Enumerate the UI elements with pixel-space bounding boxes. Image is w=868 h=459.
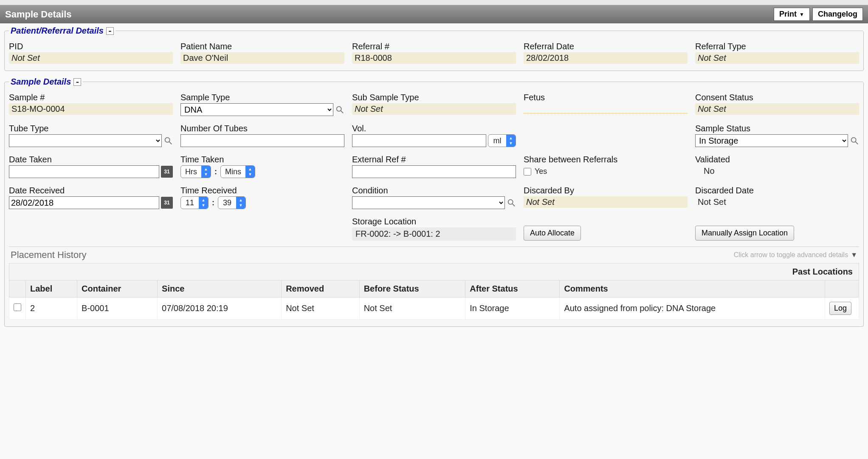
time-received-mins-stepper[interactable]: 39 ▲▼ <box>218 196 246 209</box>
time-taken-label: Time Taken <box>180 155 344 164</box>
tube-type-label: Tube Type <box>9 124 173 133</box>
svg-point-0 <box>337 107 341 111</box>
placement-history-title: Placement History <box>11 249 87 261</box>
validated-label: Validated <box>695 155 859 164</box>
placement-history-table: Label Container Since Removed Before Sta… <box>9 280 859 320</box>
svg-point-4 <box>851 138 856 142</box>
print-button-label: Print <box>779 10 797 19</box>
sample-status-label: Sample Status <box>695 124 859 133</box>
changelog-button[interactable]: Changelog <box>812 8 863 21</box>
pid-value: Not Set <box>9 52 173 64</box>
vol-input[interactable] <box>352 134 486 147</box>
cell-label: 2 <box>26 298 77 320</box>
share-yes-label: Yes <box>535 167 547 176</box>
col-since: Since <box>158 280 282 298</box>
page-title: Sample Details <box>5 9 72 20</box>
chevron-down-icon: ▼ <box>851 251 857 259</box>
time-received-hours-stepper[interactable]: 11 ▲▼ <box>180 196 209 209</box>
collapse-icon[interactable]: - <box>73 78 81 86</box>
time-received-mins-value: 39 <box>218 198 236 208</box>
referral-date-label: Referral Date <box>524 42 688 51</box>
patient-name-value: Dave O'Neil <box>180 52 344 64</box>
date-taken-input[interactable] <box>9 165 159 178</box>
past-locations-header: Past Locations <box>9 263 859 280</box>
search-icon[interactable] <box>335 105 344 114</box>
time-colon: : <box>211 198 215 207</box>
sample-details-legend-text: Sample Details <box>11 77 71 87</box>
discarded-date-label: Discarded Date <box>695 186 859 196</box>
discarded-by-value: Not Set <box>524 196 688 208</box>
storage-location-value: FR-0002: -> B-0001: 2 <box>352 227 516 241</box>
placement-hint[interactable]: Click arrow to toggle advanced details ▼ <box>734 251 857 259</box>
divider <box>9 246 859 247</box>
date-received-input[interactable] <box>9 196 159 209</box>
col-after-status: After Status <box>465 280 560 298</box>
condition-select[interactable] <box>352 196 505 209</box>
share-label: Share between Referrals <box>524 155 688 164</box>
time-taken-hours-value: Hrs <box>181 167 201 177</box>
patient-referral-section: Patient/Referral Details - PID Not Set P… <box>4 26 864 71</box>
sample-type-label: Sample Type <box>180 93 344 102</box>
date-taken-label: Date Taken <box>9 155 173 164</box>
svg-line-1 <box>341 111 344 113</box>
calendar-icon[interactable]: 31 <box>161 166 173 178</box>
time-received-label: Time Received <box>180 186 344 196</box>
referral-number-label: Referral # <box>352 42 516 51</box>
sample-number-label: Sample # <box>9 93 173 102</box>
vol-label: Vol. <box>352 124 516 133</box>
share-yes-checkbox[interactable] <box>524 168 531 176</box>
external-ref-input[interactable] <box>352 165 516 178</box>
vol-unit-label: ml <box>488 136 506 146</box>
log-button[interactable]: Log <box>829 302 851 315</box>
pid-label: PID <box>9 42 173 51</box>
svg-line-3 <box>169 142 172 144</box>
stepper-arrows-icon: ▲▼ <box>199 197 208 209</box>
cell-after: In Storage <box>465 298 560 320</box>
patient-name-label: Patient Name <box>180 42 344 51</box>
col-label: Label <box>26 280 77 298</box>
tube-type-select[interactable] <box>9 134 162 147</box>
header-button-group: Print Changelog <box>774 8 863 21</box>
stepper-arrows-icon: ▲▼ <box>245 166 255 178</box>
referral-type-label: Referral Type <box>695 42 859 51</box>
search-icon[interactable] <box>850 136 859 145</box>
number-of-tubes-label: Number Of Tubes <box>180 124 344 133</box>
external-ref-label: External Ref # <box>352 155 516 164</box>
manually-assign-location-button[interactable]: Manually Assign Location <box>695 226 794 241</box>
number-of-tubes-input[interactable] <box>180 134 344 147</box>
stepper-arrows-icon: ▲▼ <box>201 166 211 178</box>
patient-referral-legend: Patient/Referral Details - <box>9 26 116 36</box>
condition-label: Condition <box>352 186 516 196</box>
placement-hint-text: Click arrow to toggle advanced details <box>734 251 848 259</box>
time-taken-mins-stepper[interactable]: Mins ▲▼ <box>220 165 255 178</box>
fetus-label: Fetus <box>524 93 688 102</box>
storage-location-label: Storage Location <box>352 217 516 227</box>
cell-comments: Auto assigned from policy: DNA Storage <box>560 298 825 320</box>
sample-status-select[interactable]: In Storage <box>695 134 848 147</box>
svg-line-7 <box>513 204 515 207</box>
collapse-icon[interactable]: - <box>106 27 114 35</box>
svg-point-2 <box>165 138 170 142</box>
sub-sample-type-label: Sub Sample Type <box>352 93 516 102</box>
print-button[interactable]: Print <box>774 8 810 21</box>
cell-before: Not Set <box>359 298 465 320</box>
vol-unit-select[interactable]: ml ▲▼ <box>488 134 516 147</box>
search-icon[interactable] <box>163 136 173 145</box>
consent-status-value: Not Set <box>695 103 859 115</box>
sample-details-legend: Sample Details - <box>9 77 83 87</box>
consent-status-label: Consent Status <box>695 93 859 102</box>
time-taken-hours-stepper[interactable]: Hrs ▲▼ <box>180 165 211 178</box>
auto-allocate-button[interactable]: Auto Allocate <box>524 226 581 241</box>
search-icon[interactable] <box>507 198 516 207</box>
stepper-arrows-icon: ▲▼ <box>506 135 516 147</box>
date-received-label: Date Received <box>9 186 173 196</box>
cell-container: B-0001 <box>77 298 158 320</box>
sample-type-select[interactable]: DNA <box>180 103 333 116</box>
row-checkbox[interactable] <box>14 303 21 311</box>
referral-type-value: Not Set <box>695 52 859 64</box>
col-removed: Removed <box>282 280 360 298</box>
col-before-status: Before Status <box>359 280 465 298</box>
page-header: Sample Details Print Changelog <box>0 5 868 23</box>
calendar-icon[interactable]: 31 <box>161 197 173 209</box>
sub-sample-type-value: Not Set <box>352 103 516 115</box>
